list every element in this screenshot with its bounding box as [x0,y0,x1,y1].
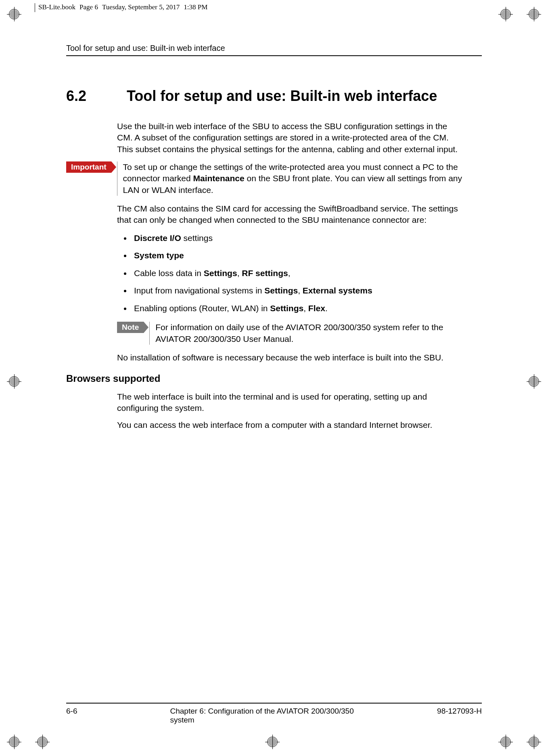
note-badge: Note [117,322,144,333]
callout-text: For information on daily use of the AVIA… [149,322,464,345]
date-stamp: Tuesday, September 5, 2017 [102,3,180,11]
crop-mark-icon [32,732,52,752]
footer-doc-number: 98-127093-H [437,707,482,716]
paragraph: Use the built-in web interface of the SB… [117,121,464,155]
page-stamp: Page 6 [79,3,98,11]
footer-chapter: Chapter 6: Configuration of the AVIATOR … [170,707,378,725]
section-number: 6.2 [66,88,102,105]
sub-heading: Browsers supported [66,372,464,385]
bold-text: Discrete I/O [134,233,181,243]
list-item: Input from navigational systems in Setti… [132,284,464,297]
text: , [303,304,308,313]
book-name: SB-Lite.book [38,3,75,11]
bold-text: Maintenance [193,174,245,183]
text: , [288,268,291,278]
crop-mark-icon [4,371,24,392]
list-item: Discrete I/O settings [132,232,464,245]
text: , [237,268,242,278]
callout-important: Important To set up or change the settin… [66,161,464,196]
time-stamp: 1:38 PM [184,3,207,11]
bold-text: RF settings [242,268,288,278]
paragraph: You can access the web interface from a … [117,419,464,431]
running-header: Tool for setup and use: Built-in web int… [66,44,482,56]
list-item: Enabling options (Router, WLAN) in Setti… [132,302,464,315]
text: Enabling options (Router, WLAN) in [134,304,270,313]
body-column: Use the built-in web interface of the SB… [117,121,464,431]
callout-text: To set up or change the settings of the … [117,161,464,196]
paragraph: No installation of software is necessary… [117,352,464,363]
bold-text: External systems [303,286,372,295]
list-item: Cable loss data in Settings, RF settings… [132,267,464,280]
bold-text: Flex [308,304,325,313]
footer-page-number: 6-6 [66,707,77,716]
text: , [298,286,303,295]
callout-note: Note For information on daily use of the… [117,322,464,345]
bold-text: System type [134,251,184,260]
text: settings [181,233,213,243]
paragraph: The CM also contains the SIM card for ac… [117,203,464,226]
section-heading: 6.2 Tool for setup and use: Built-in web… [66,88,482,105]
print-metadata: SB-Lite.book Page 6 Tuesday, September 5… [38,3,207,11]
crop-mark-icon [524,732,544,752]
text: Cable loss data in [134,268,204,278]
important-badge: Important [66,161,111,173]
paragraph: The web interface is built into the term… [117,391,464,414]
bold-text: Settings [264,286,298,295]
separator-icon [35,3,35,12]
crop-mark-icon [4,732,24,752]
bold-text: Settings [270,304,303,313]
section-title: Tool for setup and use: Built-in web int… [127,88,437,105]
crop-mark-icon [4,4,24,24]
text: Input from navigational systems in [134,286,264,295]
crop-mark-icon [262,732,282,752]
list-item: System type [132,249,464,262]
crop-mark-icon [496,4,516,24]
bold-text: Settings [204,268,237,278]
crop-mark-icon [496,732,516,752]
text: . [325,304,328,313]
bullet-list: Discrete I/O settings System type Cable … [132,232,464,315]
page-footer: 6-6 Chapter 6: Configuration of the AVIA… [66,703,482,716]
page-content: Tool for setup and use: Built-in web int… [66,44,482,437]
crop-mark-icon [524,4,544,24]
crop-mark-icon [524,371,544,392]
